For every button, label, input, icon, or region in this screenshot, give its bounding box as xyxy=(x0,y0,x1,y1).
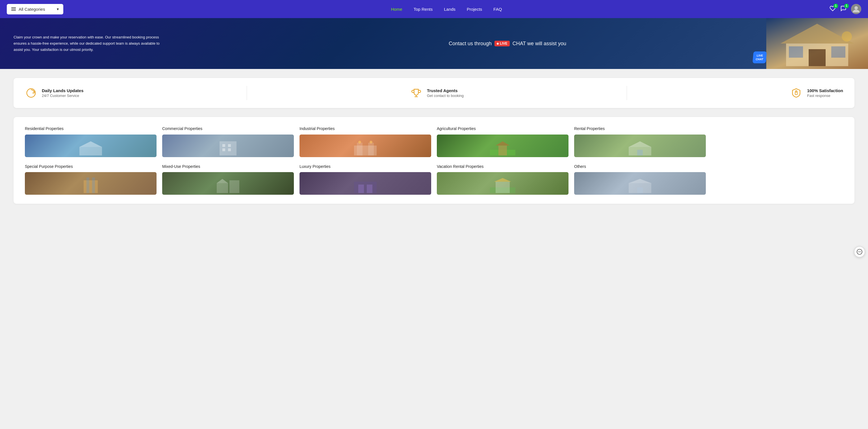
categories-section: Residential Properties Commercial Proper… xyxy=(13,117,855,204)
category-rental[interactable]: Rental Properties xyxy=(574,126,706,157)
category-residential-img xyxy=(25,134,157,157)
nav-top-rents[interactable]: Top Rents xyxy=(414,7,433,11)
wishlist-badge: 1 xyxy=(834,4,838,8)
category-agricultural[interactable]: Agricultural Properties xyxy=(437,126,568,157)
svg-rect-39 xyxy=(367,185,372,193)
refresh-icon xyxy=(25,87,37,99)
nav-faq[interactable]: FAQ xyxy=(493,7,502,11)
messages-badge: 1 xyxy=(844,4,849,8)
svg-rect-6 xyxy=(831,47,845,58)
category-industrial-label: Industrial Properties xyxy=(300,126,431,132)
shield-icon xyxy=(790,87,802,99)
hero-description: Claim your crown and make your reservati… xyxy=(13,35,160,52)
svg-rect-5 xyxy=(789,47,803,58)
category-mixeduse[interactable]: Mixed-Use Properties xyxy=(162,164,294,195)
feature-divider-2 xyxy=(627,86,627,100)
live-badge[interactable]: LIVE xyxy=(494,41,510,47)
live-dot xyxy=(497,43,499,44)
svg-rect-4 xyxy=(809,49,826,66)
svg-point-24 xyxy=(370,141,372,144)
category-agricultural-img xyxy=(437,134,568,157)
category-rental-label: Rental Properties xyxy=(574,126,706,132)
hero-banner: Claim your crown and make your reservati… xyxy=(0,18,868,69)
svg-marker-36 xyxy=(217,179,228,183)
svg-point-1 xyxy=(855,6,858,10)
svg-rect-19 xyxy=(228,148,231,151)
svg-marker-44 xyxy=(629,179,651,183)
svg-rect-41 xyxy=(496,182,510,193)
feature-satisfaction-title: 100% Satisfaction xyxy=(807,88,843,93)
hero-text: Claim your crown and make your reservati… xyxy=(13,34,160,53)
category-vacation-label: Vacation Rental Properties xyxy=(437,164,568,170)
chevron-down-icon: ▾ xyxy=(57,7,59,11)
category-vacation-img xyxy=(437,172,568,195)
categories-label: All Categories xyxy=(19,7,45,11)
svg-rect-16 xyxy=(222,144,225,147)
feature-satisfaction: 100% Satisfaction Fast response xyxy=(790,87,843,99)
category-special[interactable]: Special Purpose Properties xyxy=(25,164,157,195)
category-others-img xyxy=(574,172,706,195)
category-industrial[interactable]: Industrial Properties xyxy=(300,126,431,157)
nav-icons: 1 1 xyxy=(830,4,861,14)
category-residential[interactable]: Residential Properties xyxy=(25,126,157,157)
svg-rect-38 xyxy=(358,185,364,193)
navbar: All Categories ▾ Home Top Rents Lands Pr… xyxy=(0,0,868,18)
hero-contact: Contact us through LIVE CHAT we will ass… xyxy=(449,41,566,47)
feature-satisfaction-text: 100% Satisfaction Fast response xyxy=(807,88,843,98)
user-avatar[interactable] xyxy=(851,4,861,14)
feature-satisfaction-sub: Fast response xyxy=(807,94,843,98)
svg-marker-27 xyxy=(496,141,510,146)
category-special-img xyxy=(25,172,157,195)
categories-grid: Residential Properties Commercial Proper… xyxy=(25,126,843,195)
category-commercial-img xyxy=(162,134,294,157)
category-mixeduse-label: Mixed-Use Properties xyxy=(162,164,294,170)
feature-agents-title: Trusted Agents xyxy=(427,88,464,93)
svg-point-7 xyxy=(842,31,852,41)
wishlist-button[interactable]: 1 xyxy=(830,5,836,13)
live-chat-bubble[interactable]: LIVECHAT xyxy=(752,52,767,63)
svg-rect-35 xyxy=(229,180,239,193)
nav-projects[interactable]: Projects xyxy=(467,7,482,11)
svg-marker-14 xyxy=(80,141,102,147)
category-rental-img xyxy=(574,134,706,157)
nav-lands[interactable]: Lands xyxy=(444,7,456,11)
category-commercial[interactable]: Commercial Properties xyxy=(162,126,294,157)
svg-marker-29 xyxy=(629,141,651,147)
feature-agents-sub: Get contact to booking xyxy=(427,94,464,98)
categories-dropdown[interactable]: All Categories ▾ xyxy=(7,4,63,14)
category-others-label: Others xyxy=(574,164,706,170)
feature-daily-updates: Daily Lands Updates 24/7 Customer Servic… xyxy=(25,87,84,99)
feature-agents-text: Trusted Agents Get contact to booking xyxy=(427,88,464,98)
category-others[interactable]: Others xyxy=(574,164,706,195)
nav-home[interactable]: Home xyxy=(391,7,402,11)
svg-rect-34 xyxy=(217,183,228,193)
feature-divider-1 xyxy=(247,86,247,100)
feature-daily-text: Daily Lands Updates 24/7 Customer Servic… xyxy=(42,88,84,98)
feature-trusted-agents: Trusted Agents Get contact to booking xyxy=(410,87,464,99)
svg-rect-37 xyxy=(354,182,377,193)
nav-links: Home Top Rents Lands Projects FAQ xyxy=(391,7,502,11)
category-residential-label: Residential Properties xyxy=(25,126,157,132)
category-luxury-img xyxy=(300,172,431,195)
svg-rect-21 xyxy=(357,143,363,155)
feature-daily-title: Daily Lands Updates xyxy=(42,88,84,93)
hero-images xyxy=(766,18,868,69)
svg-rect-32 xyxy=(87,178,89,193)
category-mixeduse-img xyxy=(162,172,294,195)
feature-daily-sub: 24/7 Customer Service xyxy=(42,94,84,98)
svg-point-23 xyxy=(358,141,361,144)
messages-button[interactable]: 1 xyxy=(840,5,846,13)
category-special-label: Special Purpose Properties xyxy=(25,164,157,170)
svg-rect-18 xyxy=(222,148,225,151)
category-vacation[interactable]: Vacation Rental Properties xyxy=(437,164,568,195)
svg-rect-13 xyxy=(80,147,102,155)
category-agricultural-label: Agricultural Properties xyxy=(437,126,568,132)
svg-rect-22 xyxy=(368,143,374,155)
svg-rect-45 xyxy=(637,187,643,193)
svg-rect-30 xyxy=(637,150,643,155)
features-bar: Daily Lands Updates 24/7 Customer Servic… xyxy=(13,78,855,108)
category-commercial-label: Commercial Properties xyxy=(162,126,294,132)
trophy-icon xyxy=(410,87,423,99)
hero-contact-prefix: Contact us through xyxy=(449,41,492,47)
category-luxury[interactable]: Luxury Properties xyxy=(300,164,431,195)
